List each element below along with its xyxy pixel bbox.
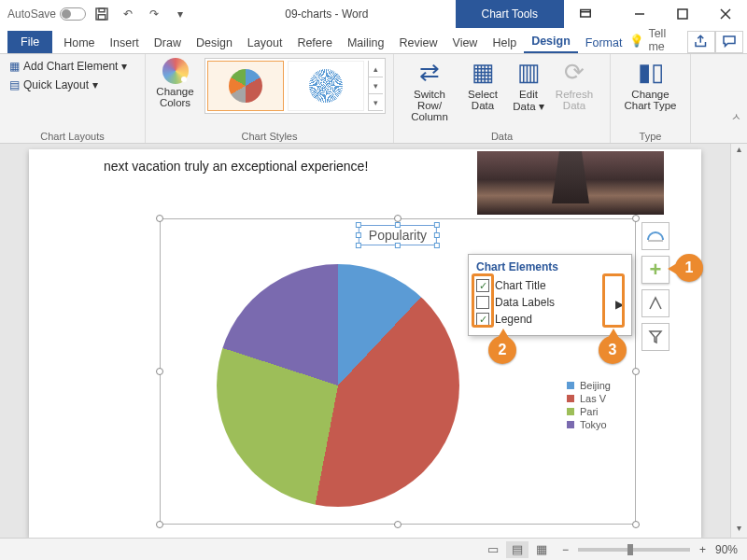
chart-filters-button[interactable] — [641, 323, 669, 351]
tell-me-search[interactable]: 💡Tell me — [629, 27, 678, 53]
svg-rect-3 — [581, 10, 591, 18]
pie-chart[interactable] — [217, 264, 459, 507]
quick-layout-button[interactable]: ▤Quick Layout▾ — [7, 77, 129, 93]
refresh-icon: ⟳ — [564, 58, 585, 87]
title-bar: AutoSave ↶ ↷ ▾ 09-charts - Word Chart To… — [0, 0, 747, 28]
collapse-ribbon-icon[interactable]: ㅅ — [731, 110, 741, 124]
gallery-up-icon[interactable]: ▴ — [369, 61, 383, 77]
tutorial-callout-3: 3 — [599, 336, 627, 364]
edit-data-button[interactable]: ▥Edit Data ▾ — [508, 58, 549, 113]
gallery-more-icon[interactable]: ▾ — [369, 94, 383, 111]
select-data-button[interactable]: ▦Select Data — [459, 58, 506, 111]
resize-handle[interactable] — [632, 368, 640, 375]
chart-elements-flyout: Chart Elements ✓Chart Title Data Labels … — [468, 254, 632, 336]
change-colors-button[interactable]: Change Colors — [153, 58, 197, 108]
ribbon-tabs: File Home Insert Draw Design Layout Refe… — [0, 28, 747, 54]
svg-rect-6 — [678, 9, 687, 19]
switch-row-column-button[interactable]: ⇄Switch Row/ Column — [402, 58, 458, 122]
tab-references[interactable]: Refere — [289, 33, 340, 53]
chart-legend[interactable]: Beijing Las V Pari Tokyo — [567, 378, 611, 432]
vertical-scrollbar[interactable]: ▴ ▾ — [730, 144, 747, 538]
web-layout-button[interactable]: ▦ — [530, 541, 553, 558]
select-data-icon: ▦ — [472, 58, 495, 87]
checkbox-unchecked-icon[interactable] — [476, 296, 489, 309]
read-mode-button[interactable]: ▭ — [482, 541, 504, 558]
quick-layout-icon: ▤ — [9, 78, 20, 91]
chevron-down-icon: ▾ — [539, 101, 544, 112]
zoom-slider[interactable] — [578, 548, 690, 552]
zoom-out-button[interactable]: − — [562, 543, 569, 556]
tab-mailings[interactable]: Mailing — [340, 33, 392, 53]
chevron-down-icon: ▾ — [121, 60, 127, 73]
chart-elements-option-title[interactable]: ✓Chart Title — [476, 277, 624, 294]
customize-qat-icon[interactable]: ▾ — [170, 4, 190, 24]
group-label-type: Type — [618, 130, 683, 143]
chart-type-icon: ▮▯ — [638, 58, 664, 87]
svg-rect-2 — [98, 15, 106, 20]
add-chart-element-icon: ▦ — [9, 60, 20, 73]
tab-insert[interactable]: Insert — [103, 33, 147, 53]
document-image[interactable] — [477, 151, 664, 215]
chart-style-2[interactable] — [288, 61, 364, 111]
resize-handle[interactable] — [632, 215, 640, 222]
change-chart-type-button[interactable]: ▮▯Change Chart Type — [618, 58, 683, 111]
edit-data-icon: ▥ — [517, 58, 541, 87]
ribbon-display-icon[interactable] — [564, 0, 607, 28]
resize-handle[interactable] — [156, 215, 163, 222]
tab-home[interactable]: Home — [56, 33, 102, 53]
maximize-button[interactable] — [661, 0, 704, 28]
tab-review[interactable]: Review — [392, 33, 445, 53]
undo-icon[interactable]: ↶ — [118, 4, 138, 24]
comments-button[interactable] — [715, 31, 743, 53]
chart-styles-button[interactable] — [641, 289, 669, 317]
resize-handle[interactable] — [156, 368, 163, 375]
minimize-button[interactable] — [618, 0, 661, 28]
tutorial-callout-2: 2 — [488, 336, 516, 364]
group-label-chart-layouts: Chart Layouts — [7, 130, 137, 143]
ribbon: ▦Add Chart Element▾ ▤Quick Layout▾ Chart… — [0, 54, 747, 144]
flyout-header: Chart Elements — [476, 260, 624, 273]
tab-chart-format[interactable]: Format — [578, 33, 630, 53]
palette-icon — [162, 58, 189, 84]
tab-help[interactable]: Help — [485, 33, 524, 53]
checkbox-checked-icon[interactable]: ✓ — [476, 279, 489, 292]
submenu-arrow-icon[interactable]: ▶ — [615, 298, 624, 311]
zoom-in-button[interactable]: + — [699, 543, 706, 556]
tab-chart-design[interactable]: Design — [524, 31, 578, 53]
chart-elements-button[interactable]: + — [641, 256, 669, 284]
tab-design[interactable]: Design — [189, 33, 240, 53]
switch-icon: ⇄ — [419, 58, 440, 87]
chart-style-1[interactable] — [207, 61, 284, 111]
scroll-up-icon[interactable]: ▴ — [731, 144, 747, 159]
autosave-toggle[interactable]: AutoSave — [7, 7, 86, 21]
chart-elements-option-data-labels[interactable]: Data Labels — [476, 294, 624, 311]
resize-handle[interactable] — [394, 215, 402, 222]
print-layout-button[interactable]: ▤ — [506, 541, 529, 558]
chart-style-gallery[interactable]: ▴▾▾ — [204, 58, 386, 114]
add-chart-element-button[interactable]: ▦Add Chart Element▾ — [7, 58, 129, 75]
checkbox-checked-icon[interactable]: ✓ — [476, 313, 489, 326]
group-label-data: Data — [402, 130, 602, 143]
save-icon[interactable] — [92, 4, 112, 24]
tab-file[interactable]: File — [7, 31, 52, 53]
chart-title[interactable]: Popularity — [359, 225, 437, 245]
chevron-down-icon: ▾ — [92, 78, 98, 91]
scroll-down-icon[interactable]: ▾ — [731, 523, 747, 538]
layout-options-button[interactable] — [641, 222, 669, 250]
page[interactable]: next vacation truly an exceptional exper… — [29, 149, 701, 538]
svg-rect-1 — [99, 8, 105, 12]
close-button[interactable] — [704, 0, 747, 28]
chart-elements-option-legend[interactable]: ✓Legend — [476, 311, 624, 328]
gallery-down-icon[interactable]: ▾ — [369, 77, 383, 94]
redo-icon[interactable]: ↷ — [144, 4, 164, 24]
resize-handle[interactable] — [632, 521, 640, 528]
tab-draw[interactable]: Draw — [147, 33, 189, 53]
zoom-level[interactable]: 90% — [715, 543, 738, 556]
tab-layout[interactable]: Layout — [240, 33, 290, 53]
share-button[interactable] — [687, 31, 715, 53]
resize-handle[interactable] — [156, 521, 163, 528]
status-bar: ▭ ▤ ▦ − + 90% — [0, 538, 747, 560]
window-title: 09-charts - Word — [198, 7, 455, 21]
tab-view[interactable]: View — [445, 33, 486, 53]
resize-handle[interactable] — [394, 521, 402, 528]
